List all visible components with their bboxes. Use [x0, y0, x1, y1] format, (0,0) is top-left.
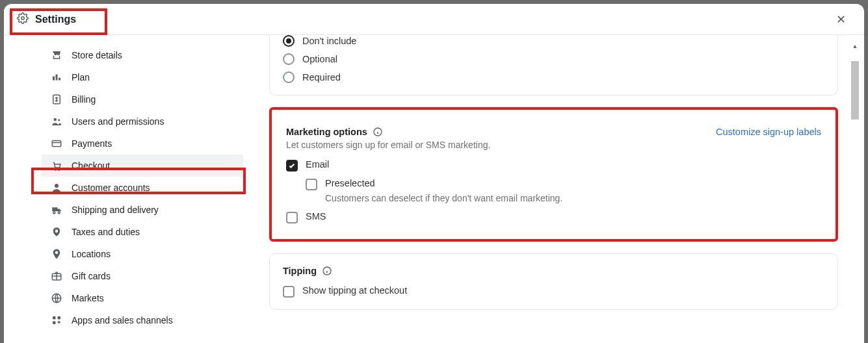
sidebar-item-apps-sales-channels[interactable]: Apps and sales channels [42, 309, 243, 331]
checkbox-icon [286, 212, 298, 223]
radio-icon [283, 71, 295, 83]
settings-header: Settings ✕ [4, 4, 864, 35]
preselected-help-text: Customers can deselect if they don't wan… [325, 193, 821, 203]
card-tipping: Tipping Show tipping at checkout [269, 253, 838, 310]
sidebar-item-label: Billing [72, 94, 96, 105]
page-title: Settings [35, 14, 76, 25]
radio-dont-include[interactable]: Don't include [283, 35, 824, 47]
sidebar-item-customer-accounts[interactable]: Customer accounts [42, 177, 243, 199]
sidebar-item-checkout[interactable]: Checkout [42, 155, 243, 177]
checkbox-preselected[interactable]: Preselected [306, 178, 821, 190]
svg-point-3 [58, 119, 60, 121]
svg-point-7 [55, 184, 59, 188]
giftcards-icon [51, 270, 62, 282]
gear-icon [17, 12, 29, 27]
sidebar-item-locations[interactable]: Locations [42, 243, 243, 265]
close-icon: ✕ [836, 13, 846, 26]
card-title: Marketing options [286, 127, 367, 137]
svg-point-6 [59, 169, 60, 170]
sidebar-item-store-details[interactable]: Store details [42, 44, 243, 66]
billing-icon [51, 94, 62, 105]
svg-point-2 [54, 118, 57, 121]
sidebar-item-label: Shipping and delivery [72, 205, 159, 215]
sidebar-item-label: Payments [72, 138, 112, 149]
sidebar-item-payments[interactable]: Payments [42, 133, 243, 155]
sidebar-item-label: Taxes and duties [72, 227, 140, 237]
radio-optional[interactable]: Optional [283, 53, 824, 65]
card-include-options: Don't include Optional Required [269, 35, 838, 95]
checkbox-label: SMS [306, 211, 326, 222]
settings-sidebar: Store details Plan Billing Users and per… [42, 35, 243, 343]
radio-icon [283, 35, 295, 47]
sidebar-item-taxes-duties[interactable]: $ Taxes and duties [42, 221, 243, 243]
locations-icon [51, 248, 62, 260]
card-marketing-options: Marketing options Customize sign-up labe… [269, 107, 838, 242]
sidebar-item-users-permissions[interactable]: Users and permissions [42, 110, 243, 133]
svg-rect-14 [58, 316, 61, 320]
sidebar-item-markets[interactable]: Markets [42, 287, 243, 309]
sidebar-item-label: Customer accounts [72, 183, 150, 193]
checkbox-show-tipping[interactable]: Show tipping at checkout [283, 285, 824, 298]
apps-icon [51, 314, 62, 326]
checkbox-icon [283, 286, 295, 298]
close-button[interactable]: ✕ [831, 10, 851, 29]
checkbox-sms[interactable]: SMS [286, 211, 821, 223]
radio-icon [283, 53, 295, 65]
svg-point-9 [58, 212, 60, 214]
card-description: Let customers sign up for email or SMS m… [286, 140, 821, 150]
checkbox-icon [306, 179, 317, 190]
radio-label: Optional [302, 54, 337, 64]
sidebar-item-label: Apps and sales channels [72, 315, 173, 325]
svg-point-5 [55, 169, 56, 170]
sidebar-item-label: Plan [72, 72, 90, 83]
card-title: Tipping [283, 266, 317, 276]
svg-rect-4 [52, 141, 61, 147]
svg-rect-13 [53, 316, 56, 320]
info-icon[interactable] [373, 127, 383, 137]
taxes-icon: $ [51, 226, 62, 238]
shipping-icon [51, 204, 62, 216]
svg-rect-15 [53, 322, 56, 325]
sidebar-item-label: Markets [72, 293, 104, 303]
scrollbar[interactable]: ▲ [850, 42, 860, 340]
svg-point-8 [53, 212, 55, 214]
radio-label: Required [302, 72, 341, 83]
sidebar-item-billing[interactable]: Billing [42, 88, 243, 110]
sidebar-item-label: Store details [72, 50, 122, 60]
checkbox-label: Show tipping at checkout [302, 285, 407, 296]
sidebar-item-plan[interactable]: Plan [42, 66, 243, 88]
store-icon [51, 49, 62, 61]
scrollbar-thumb[interactable] [851, 61, 859, 120]
scroll-up-icon: ▲ [850, 42, 860, 51]
sidebar-item-gift-cards[interactable]: Gift cards [42, 265, 243, 287]
checkbox-email[interactable]: Email [286, 159, 821, 172]
radio-label: Don't include [302, 36, 356, 46]
radio-required[interactable]: Required [283, 71, 824, 83]
markets-icon [51, 292, 62, 304]
users-icon [51, 116, 62, 127]
sidebar-item-label: Locations [72, 249, 111, 259]
settings-main: Don't include Optional Required [243, 35, 864, 343]
sidebar-item-shipping-delivery[interactable]: Shipping and delivery [42, 199, 243, 221]
sidebar-item-label: Checkout [72, 160, 110, 171]
svg-point-0 [21, 16, 25, 19]
checkbox-label: Preselected [325, 178, 375, 188]
customer-icon [51, 182, 62, 194]
customize-signup-labels-link[interactable]: Customize sign-up labels [716, 127, 821, 137]
info-icon[interactable] [322, 266, 332, 276]
payments-icon [51, 138, 62, 149]
sidebar-item-label: Gift cards [72, 271, 111, 281]
checkout-icon [51, 160, 62, 172]
sidebar-item-label: Users and permissions [72, 116, 164, 127]
checkbox-label: Email [306, 159, 329, 170]
checkbox-icon [286, 160, 298, 172]
plan-icon [51, 71, 62, 83]
